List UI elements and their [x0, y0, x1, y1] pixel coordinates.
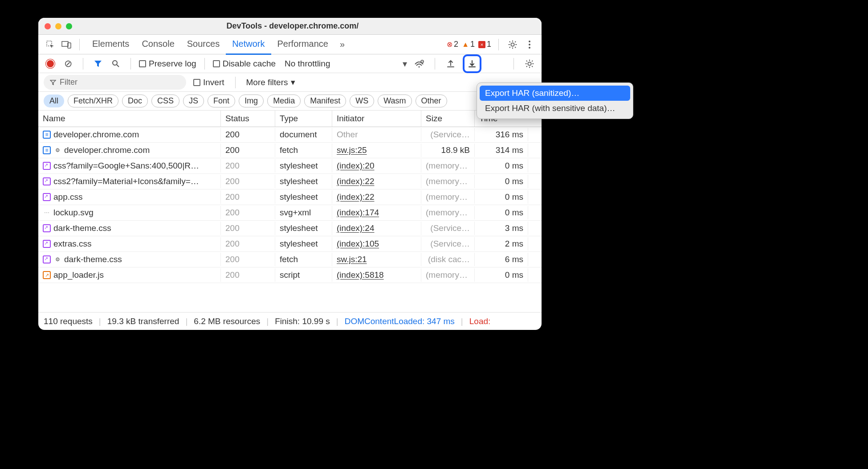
- request-status: 200: [221, 159, 275, 173]
- chip-fetchxhr[interactable]: Fetch/XHR: [68, 95, 118, 107]
- search-icon[interactable]: [109, 57, 122, 70]
- request-initiator[interactable]: (index):22: [332, 175, 421, 188]
- stylesheet-icon: [43, 177, 51, 185]
- table-row[interactable]: app_loader.js200script(index):5818(memor…: [38, 267, 542, 283]
- export-har-button[interactable]: [465, 57, 479, 70]
- kebab-menu-icon[interactable]: [523, 38, 536, 51]
- filter-toggle-icon[interactable]: [91, 57, 105, 70]
- export-har-menu-item[interactable]: Export HAR (with sensitive data)…: [480, 101, 630, 116]
- request-initiator[interactable]: sw.js:25: [332, 144, 421, 157]
- main-tabbar: ElementsConsoleSourcesNetworkPerformance…: [38, 35, 542, 54]
- disable-cache-checkbox[interactable]: Disable cache: [213, 59, 276, 69]
- chevron-down-icon[interactable]: ▾: [403, 58, 407, 69]
- chip-js[interactable]: JS: [183, 95, 204, 107]
- request-type: stylesheet: [275, 159, 332, 173]
- inspect-element-icon[interactable]: [44, 38, 57, 51]
- stylesheet-icon: [43, 224, 51, 232]
- request-name: app.css: [53, 192, 82, 202]
- table-row[interactable]: extras.css200stylesheet(index):105(Servi…: [38, 236, 542, 252]
- request-initiator[interactable]: (index):20: [332, 159, 421, 173]
- clear-button[interactable]: ⊘: [61, 57, 75, 70]
- finish-time: Finish: 10.99 s: [275, 317, 330, 326]
- checkbox-icon: [139, 60, 146, 67]
- chip-other[interactable]: Other: [416, 95, 447, 107]
- issues-count: 1: [487, 40, 491, 49]
- request-size: (memory …: [421, 159, 475, 173]
- maximize-window-button[interactable]: [66, 23, 72, 29]
- filter-input[interactable]: Filter: [44, 75, 186, 90]
- request-time: 0 ms: [475, 175, 528, 188]
- export-har-menu-item[interactable]: Export HAR (sanitized)…: [480, 86, 630, 101]
- warnings-badge[interactable]: ▲ 1: [462, 40, 475, 49]
- request-initiator[interactable]: (index):174: [332, 206, 421, 219]
- request-initiator[interactable]: (index):24: [332, 222, 421, 235]
- svg-point-5: [529, 47, 530, 49]
- requests-table: Name Status Type Initiator Size Time dev…: [38, 111, 542, 312]
- request-type: stylesheet: [275, 190, 332, 204]
- errors-badge[interactable]: ⊗ 2: [447, 40, 458, 49]
- tab-elements[interactable]: Elements: [86, 34, 135, 54]
- tab-sources[interactable]: Sources: [181, 34, 226, 54]
- chip-ws[interactable]: WS: [350, 95, 374, 107]
- throttling-select[interactable]: No throttling: [285, 59, 330, 69]
- preserve-log-checkbox[interactable]: Preserve log: [139, 59, 196, 69]
- record-button[interactable]: [44, 57, 57, 70]
- network-settings-icon[interactable]: [523, 57, 536, 70]
- transferred-size: 19.3 kB transferred: [107, 317, 179, 326]
- chip-media[interactable]: Media: [267, 95, 301, 107]
- warning-icon: ▲: [462, 41, 469, 49]
- svg-point-8: [419, 66, 420, 67]
- chip-manifest[interactable]: Manifest: [304, 95, 346, 107]
- close-window-button[interactable]: [45, 23, 51, 29]
- tab-console[interactable]: Console: [135, 34, 180, 54]
- more-tabs-button[interactable]: »: [337, 39, 347, 49]
- minimize-window-button[interactable]: [55, 23, 61, 29]
- col-size-header[interactable]: Size: [421, 111, 475, 127]
- tab-performance[interactable]: Performance: [271, 34, 335, 54]
- issues-badge[interactable]: × 1: [478, 40, 491, 49]
- request-type: fetch: [275, 253, 332, 266]
- col-name-header[interactable]: Name: [38, 111, 221, 127]
- request-size: (memory …: [421, 175, 475, 188]
- table-row[interactable]: developer.chrome.com200documentOther(Ser…: [38, 127, 542, 143]
- request-time: 0 ms: [475, 159, 528, 173]
- table-row[interactable]: css?family=Google+Sans:400,500|R…200styl…: [38, 158, 542, 174]
- table-row[interactable]: ⋯lockup.svg200svg+xml(index):174(memory …: [38, 205, 542, 221]
- checkbox-icon: [193, 79, 200, 86]
- chip-wasm[interactable]: Wasm: [378, 95, 412, 107]
- table-row[interactable]: dark-theme.css200stylesheet(index):24(Se…: [38, 221, 542, 236]
- errors-count: 2: [454, 40, 458, 49]
- col-initiator-header[interactable]: Initiator: [332, 111, 421, 127]
- settings-icon[interactable]: [506, 38, 519, 51]
- request-status: 200: [221, 190, 275, 204]
- request-name: extras.css: [53, 239, 92, 249]
- col-type-header[interactable]: Type: [275, 111, 332, 127]
- table-row[interactable]: app.css200stylesheet(index):22(memory …0…: [38, 189, 542, 205]
- table-row[interactable]: ⚙dark-theme.css200fetchsw.js:21(disk cac…: [38, 252, 542, 267]
- chip-font[interactable]: Font: [208, 95, 235, 107]
- request-initiator[interactable]: (index):5818: [332, 268, 421, 282]
- col-status-header[interactable]: Status: [221, 111, 275, 127]
- stylesheet-icon: [43, 240, 51, 248]
- export-har-highlight: [463, 54, 481, 73]
- invert-checkbox[interactable]: Invert: [193, 78, 224, 87]
- chip-css[interactable]: CSS: [151, 95, 179, 107]
- request-initiator[interactable]: sw.js:21: [332, 253, 421, 266]
- device-toolbar-icon[interactable]: [60, 38, 73, 51]
- chip-all[interactable]: All: [44, 95, 64, 107]
- table-row[interactable]: css2?family=Material+Icons&family=…200st…: [38, 174, 542, 189]
- chip-img[interactable]: Img: [239, 95, 264, 107]
- table-row[interactable]: ⚙developer.chrome.com200fetchsw.js:2518.…: [38, 143, 542, 158]
- import-har-icon[interactable]: [444, 57, 457, 70]
- tab-network[interactable]: Network: [226, 34, 271, 55]
- network-toolbar: ⊘ Preserve log Disable cache No throttli…: [38, 54, 542, 73]
- network-conditions-icon[interactable]: [412, 57, 426, 70]
- image-icon: ⋯: [43, 209, 51, 217]
- request-initiator[interactable]: (index):22: [332, 190, 421, 204]
- chip-doc[interactable]: Doc: [122, 95, 148, 107]
- more-filters-button[interactable]: More filters ▾: [246, 77, 295, 87]
- status-bar: 110 requests| 19.3 kB transferred| 6.2 M…: [38, 312, 542, 330]
- window-controls: [45, 23, 72, 29]
- request-type: script: [275, 268, 332, 282]
- request-initiator[interactable]: (index):105: [332, 237, 421, 251]
